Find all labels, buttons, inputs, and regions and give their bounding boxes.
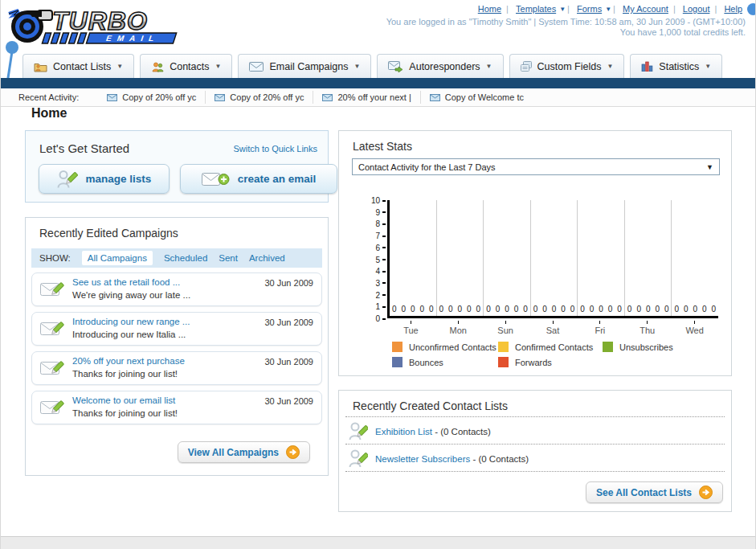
chart-day-group: 00000: [625, 200, 672, 316]
separator: |: [567, 4, 570, 14]
svg-text:TURBO: TURBO: [52, 6, 148, 35]
see-all-contact-lists-button[interactable]: See All Contact Lists: [586, 481, 723, 503]
turbo-email-logo[interactable]: TURBO EMAIL: [6, 2, 189, 51]
campaign-title-link[interactable]: Introducing our new range ...: [72, 316, 190, 329]
footer-bar: [1, 536, 755, 549]
arrow-circle-icon: [699, 485, 713, 499]
nav-link-templates[interactable]: Templates: [516, 4, 556, 14]
folder-contact-icon: [34, 61, 47, 72]
campaign-title-link[interactable]: Welcome to our email list: [72, 395, 178, 408]
caret-down-icon: ▼: [116, 63, 123, 70]
filter-scheduled[interactable]: Scheduled: [164, 253, 207, 263]
tab-contacts[interactable]: Contacts ▼: [140, 54, 232, 78]
envelope-pencil-icon: [40, 398, 64, 417]
nav-link-logout[interactable]: Logout: [683, 4, 710, 14]
filter-all-campaigns[interactable]: All Campaigns: [82, 251, 153, 265]
campaign-subtitle: Introducing our new Italia ...: [72, 329, 190, 342]
campaign-date: 30 Jun 2009: [264, 313, 313, 327]
dotted-divider: [345, 471, 725, 472]
chart-y-axis: 10 9 8 7 6 5 4 3 2 1 0: [339, 200, 386, 318]
pages-icon: [521, 61, 532, 72]
person-pencil-icon: [57, 169, 78, 190]
chart-day-group: 00000: [484, 200, 531, 316]
contact-list-link[interactable]: Newsletter Subscribers: [375, 454, 470, 464]
tab-statistics[interactable]: Statistics ▼: [630, 54, 722, 78]
campaign-row[interactable]: See us at the retail food ... We're givi…: [31, 272, 322, 306]
contact-list-link[interactable]: Exhibition List: [375, 427, 432, 436]
legend-swatch: [498, 342, 509, 352]
caret-down-icon: ▼: [559, 6, 566, 13]
recent-campaigns-title: Recently Edited Campaigns: [39, 227, 178, 240]
campaign-title-link[interactable]: 20% off your next purchase: [72, 355, 185, 368]
tab-label: Contact Lists: [53, 61, 111, 72]
nav-link-help[interactable]: Help: [724, 4, 742, 14]
tab-contact-lists[interactable]: Contact Lists ▼: [22, 54, 134, 78]
tab-label: Contacts: [170, 61, 209, 72]
create-email-button[interactable]: create an email: [180, 164, 337, 194]
campaign-filter-bar: SHOW: All Campaigns Scheduled Sent Archi…: [31, 248, 322, 268]
credits-status: You have 1,000 total credits left.: [620, 27, 746, 37]
tab-label: Email Campaigns: [269, 61, 348, 72]
recent-activity-item[interactable]: Copy of Welcome tc: [420, 91, 533, 104]
switch-quick-links-link[interactable]: Switch to Quick Links: [233, 144, 317, 154]
nav-link-my-account[interactable]: My Account: [623, 4, 668, 14]
chart-day-group: 00000: [672, 200, 718, 316]
contact-list-row[interactable]: Newsletter Subscribers - (0 Contacts): [349, 449, 529, 469]
contact-lists-panel: Recently Created Contact Lists Exhibitio…: [338, 390, 732, 512]
recent-activity-bar: Recent Activity: Copy of 20% off yc Copy…: [1, 88, 755, 107]
app-window: TURBO EMAIL Home| Templates▼| Forms▼| My…: [0, 0, 756, 549]
manage-lists-button[interactable]: manage lists: [39, 164, 170, 194]
arrow-circle-icon: [286, 445, 300, 459]
campaign-list: See us at the retail food ... We're givi…: [31, 272, 322, 430]
recent-activity-item[interactable]: 20% off your next |: [313, 91, 419, 104]
stats-period-dropdown[interactable]: Contact Activity for the Last 7 Days ▼: [352, 158, 720, 175]
tab-autoresponders[interactable]: Autoresponders ▼: [377, 54, 503, 78]
campaign-row[interactable]: 20% off your next purchase Thanks for jo…: [31, 351, 322, 385]
contact-list-row[interactable]: Exhibition List - (0 Contacts): [349, 421, 491, 442]
campaign-title-link[interactable]: See us at the retail food ...: [72, 277, 190, 289]
get-started-panel: Let's Get Started Switch to Quick Links …: [25, 130, 329, 203]
separator: |: [714, 4, 717, 14]
legend-item: Unsubscribes: [603, 342, 673, 352]
person-pencil-icon: [349, 421, 368, 442]
campaign-row[interactable]: Welcome to our email list Thanks for joi…: [31, 391, 322, 424]
caret-down-icon: ▼: [605, 6, 611, 13]
recent-activity-item[interactable]: Copy of 20% off yc: [205, 91, 313, 104]
chart-day-group: 00000: [531, 200, 578, 316]
campaign-date: 30 Jun 2009: [264, 352, 313, 367]
recent-activity-text: Copy of 20% off yc: [230, 92, 304, 102]
decorative-dot: [747, 3, 756, 15]
caret-down-icon: ▼: [706, 163, 713, 171]
nav-bar-accent: [1, 78, 755, 88]
filter-archived[interactable]: Archived: [249, 253, 285, 263]
tab-email-campaigns[interactable]: Email Campaigns ▼: [238, 54, 371, 78]
show-label: SHOW:: [39, 253, 71, 263]
recent-activity-text: Copy of 20% off yc: [122, 92, 196, 102]
envelope-arrow-icon: [388, 61, 403, 72]
logo-graphic: TURBO EMAIL: [6, 2, 189, 47]
campaign-row[interactable]: Introducing our new range ... Introducin…: [31, 312, 322, 346]
dotted-divider: [345, 416, 725, 417]
tab-custom-fields[interactable]: Custom Fields ▼: [509, 54, 625, 78]
chart-x-axis: Tue Mon Sun Sat Fri Thu Wed: [387, 321, 718, 335]
stats-period-value: Contact Activity for the Last 7 Days: [358, 162, 496, 172]
envelope-icon: [107, 94, 117, 101]
envelope-pencil-icon: [40, 358, 64, 378]
view-all-campaigns-button[interactable]: View All Campaigns: [178, 441, 310, 463]
legend-item: Confirmed Contacts: [498, 342, 603, 352]
envelope-plus-icon: [202, 170, 230, 188]
nav-link-forms[interactable]: Forms: [577, 4, 602, 14]
filter-sent[interactable]: Sent: [219, 253, 238, 263]
chart-plot-area: 00000 00000 00000 00000 00000 00000 0000…: [387, 200, 718, 318]
recent-activity-item[interactable]: Copy of 20% off yc: [98, 91, 205, 104]
legend-swatch: [498, 357, 509, 367]
caret-down-icon: ▼: [215, 63, 222, 70]
nav-link-home[interactable]: Home: [478, 4, 501, 14]
caret-down-icon: ▼: [705, 63, 711, 70]
campaign-date: 30 Jun 2009: [264, 391, 313, 406]
recent-activity-label: Recent Activity:: [18, 92, 79, 102]
legend-swatch: [392, 357, 403, 367]
chart-day-group: 00000: [437, 200, 484, 316]
svg-text:EMAIL: EMAIL: [105, 35, 161, 43]
main-nav-tabs: Contact Lists ▼ Contacts ▼ Email Campaig…: [22, 54, 722, 78]
